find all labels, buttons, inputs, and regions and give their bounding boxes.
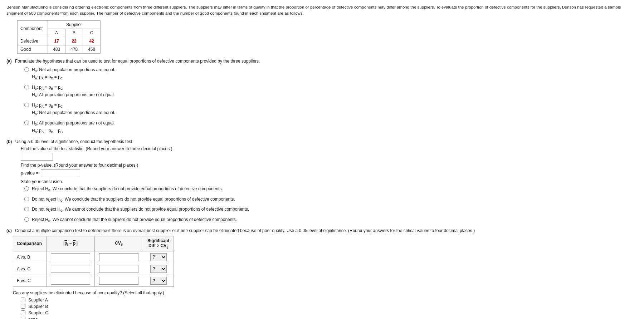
state-conclusion-label: State your conclusion.	[21, 179, 638, 184]
part-b-section: (b) Using a 0.05 level of significance, …	[6, 139, 638, 224]
comp-row-bvc: B vs. C ? Yes No	[13, 275, 174, 286]
radio-option-1-input[interactable]	[24, 67, 29, 72]
comp-row-avc: A vs. C ? Yes No	[13, 263, 174, 275]
col-b: B	[65, 29, 83, 37]
conclusion-option-1-input[interactable]	[24, 186, 29, 191]
comp-avb-sig[interactable]: ? Yes No	[143, 251, 174, 263]
col-a: A	[48, 29, 65, 37]
conclusion-option-4[interactable]: Reject H0. We cannot conclude that the s…	[24, 216, 638, 224]
comp-avc-sig[interactable]: ? Yes No	[143, 263, 174, 275]
option3-h0: H0: pA = pB = pC	[32, 102, 115, 109]
defective-a: 17	[48, 37, 65, 45]
option2-ha: Ha: All population proportions are not e…	[32, 92, 115, 99]
option3-ha: Ha: Not all population proportions are e…	[32, 109, 115, 117]
comp-bvc-cv-input[interactable]	[99, 277, 138, 285]
conclusion-option-4-text: Reject H0. We cannot conclude that the s…	[32, 216, 237, 224]
comp-avc-sig-select[interactable]: ? Yes No	[150, 265, 167, 273]
part-c-section: (c) Conduct a multiple comparison test t…	[6, 228, 638, 319]
good-a: 483	[48, 45, 65, 53]
part-a-label: (a) Formulate the hypotheses that can be…	[6, 59, 260, 64]
comp-bvc-diff-input[interactable]	[51, 277, 90, 285]
checkbox-supplier-a[interactable]: Supplier A	[21, 298, 638, 303]
comp-avc-diff-input[interactable]	[51, 265, 90, 273]
comp-avc-diff[interactable]	[47, 263, 95, 275]
comp-avc-cv-input[interactable]	[99, 265, 138, 273]
conclusion-option-1-text: Reject H0. We conclude that the supplier…	[32, 186, 223, 193]
option4-ha: Ha: pA = pB = pC	[32, 127, 115, 135]
radio-option-4[interactable]: H0: All population proportions are not e…	[24, 120, 638, 135]
checkbox-supplier-b-input[interactable]	[21, 304, 25, 309]
pvalue-input[interactable]	[41, 169, 80, 177]
col-c: C	[83, 29, 101, 37]
radio-option-2-input[interactable]	[24, 85, 29, 89]
good-b: 478	[65, 45, 83, 53]
comp-avc-cv[interactable]	[95, 263, 143, 275]
conclusion-option-4-input[interactable]	[24, 217, 29, 222]
comp-header-cv: CVij	[95, 236, 143, 251]
row-defective-label: Defective	[18, 37, 48, 45]
conclusion-option-2-input[interactable]	[24, 197, 29, 201]
test-stat-input[interactable]	[21, 153, 53, 161]
comp-avb-diff[interactable]	[47, 251, 95, 263]
comp-bvc-sig[interactable]: ? Yes No	[143, 275, 174, 286]
checkbox-supplier-a-input[interactable]	[21, 298, 25, 302]
comp-header-abs-diff: |pi − pj|	[47, 236, 95, 251]
comp-bvc-label: B vs. C	[13, 275, 47, 286]
part-c-question: Conduct a multiple comparison test to de…	[15, 228, 475, 233]
comp-bvc-sig-select[interactable]: ? Yes No	[150, 277, 167, 285]
comparison-table: Comparison |pi − pj| CVij SignificantDif…	[13, 236, 174, 286]
conclusion-option-3-text: Do not reject H0. We cannot conclude tha…	[32, 206, 249, 214]
test-stat-input-container	[21, 153, 638, 161]
option1-h0: H0: Not all population proportions are e…	[32, 67, 115, 74]
part-c-label: (c)	[6, 228, 12, 233]
checkbox-none[interactable]: none	[21, 317, 638, 319]
part-b-label: (b)	[6, 139, 12, 144]
checkbox-supplier-b-label: Supplier B	[28, 304, 48, 309]
radio-option-4-input[interactable]	[24, 121, 29, 125]
row-good-label: Good	[18, 45, 48, 53]
comp-avb-sig-select[interactable]: ? Yes No	[150, 253, 167, 261]
comp-avb-label: A vs. B	[13, 251, 47, 263]
part-b-question: Using a 0.05 level of significance, cond…	[15, 139, 133, 144]
defective-b: 22	[65, 37, 83, 45]
intro-text: Benson Manufacturing is considering orde…	[6, 4, 638, 17]
supplier-header: Supplier	[48, 20, 101, 29]
defective-c: 42	[83, 37, 101, 45]
option4-h0: H0: All population proportions are not e…	[32, 120, 115, 127]
comp-row-avb: A vs. B ? Yes No	[13, 251, 174, 263]
conclusion-option-3[interactable]: Do not reject H0. We cannot conclude tha…	[24, 206, 638, 214]
component-header: Component	[18, 20, 48, 37]
comp-avb-cv-input[interactable]	[99, 253, 138, 261]
radio-option-3[interactable]: H0: pA = pB = pC Ha: Not all population …	[24, 102, 638, 117]
comp-header-comparison: Comparison	[13, 236, 47, 251]
checkbox-none-label: none	[28, 317, 38, 319]
conclusion-option-1[interactable]: Reject H0. We conclude that the supplier…	[24, 186, 638, 193]
conclusion-option-2-text: Do not reject H0. We conclude that the s…	[32, 196, 235, 203]
comp-bvc-diff[interactable]	[47, 275, 95, 286]
option2-h0: H0: pA = pB = pC	[32, 84, 115, 92]
radio-option-1[interactable]: H0: Not all population proportions are e…	[24, 67, 638, 82]
comp-header-significant: SignificantDiff > CVij	[143, 236, 174, 251]
comp-avb-diff-input[interactable]	[51, 253, 90, 261]
conclusion-option-2[interactable]: Do not reject H0. We conclude that the s…	[24, 196, 638, 203]
find-pvalue-label: Find the p-value. (Round your answer to …	[21, 163, 638, 168]
eliminate-question: Can any suppliers be eliminated because …	[13, 290, 164, 295]
pvalue-line: p-value =	[21, 169, 638, 177]
data-table: Component Supplier A B C Defective 17 22…	[17, 20, 101, 54]
option1-ha: Ha: pA = pB = pC	[32, 74, 115, 81]
checkbox-supplier-a-label: Supplier A	[28, 298, 48, 303]
checkbox-supplier-c-input[interactable]	[21, 310, 25, 315]
radio-option-3-input[interactable]	[24, 103, 29, 107]
comp-avb-cv[interactable]	[95, 251, 143, 263]
checkbox-supplier-c-label: Supplier C	[28, 310, 48, 315]
checkbox-none-input[interactable]	[21, 317, 25, 319]
part-a-section: (a) Formulate the hypotheses that can be…	[6, 59, 638, 135]
conclusion-option-3-input[interactable]	[24, 207, 29, 211]
radio-option-2[interactable]: H0: pA = pB = pC Ha: All population prop…	[24, 84, 638, 99]
checkbox-supplier-c[interactable]: Supplier C	[21, 310, 638, 315]
comp-avc-label: A vs. C	[13, 263, 47, 275]
find-test-stat-label: Find the value of the test statistic. (R…	[21, 146, 638, 151]
comp-bvc-cv[interactable]	[95, 275, 143, 286]
pvalue-label: p-value =	[21, 171, 39, 176]
checkbox-supplier-b[interactable]: Supplier B	[21, 304, 638, 309]
